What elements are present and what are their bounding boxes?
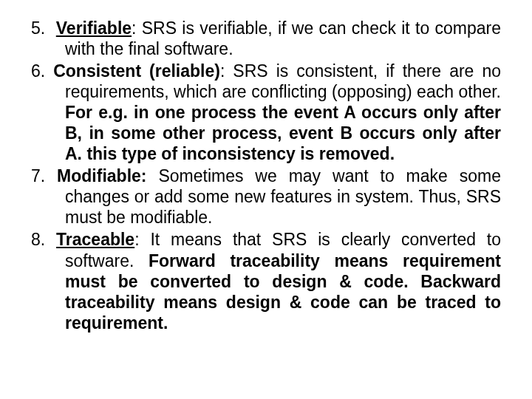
item-number: 5. <box>31 18 45 38</box>
list-item: 7. Modifiable: Sometimes we may want to … <box>31 166 501 228</box>
item-term: Modifiable: <box>57 166 146 185</box>
list-item: 6. Consistent (reliable): SRS is consist… <box>31 61 501 164</box>
item-number: 8. <box>31 230 45 249</box>
item-number: 7. <box>31 166 45 185</box>
document-page: 5. Verifiable: SRS is verifiable, if we … <box>0 0 532 399</box>
item-term: Verifiable <box>56 18 132 38</box>
item-term: Traceable <box>56 230 134 249</box>
item-term: Consistent (reliable) <box>53 61 220 81</box>
list-item: 5. Verifiable: SRS is verifiable, if we … <box>31 18 501 59</box>
list-item: 8. Traceable: It means that SRS is clear… <box>31 229 501 332</box>
item-body-bold: For e.g. in one process the event A occu… <box>65 103 501 163</box>
item-number: 6. <box>31 61 45 81</box>
